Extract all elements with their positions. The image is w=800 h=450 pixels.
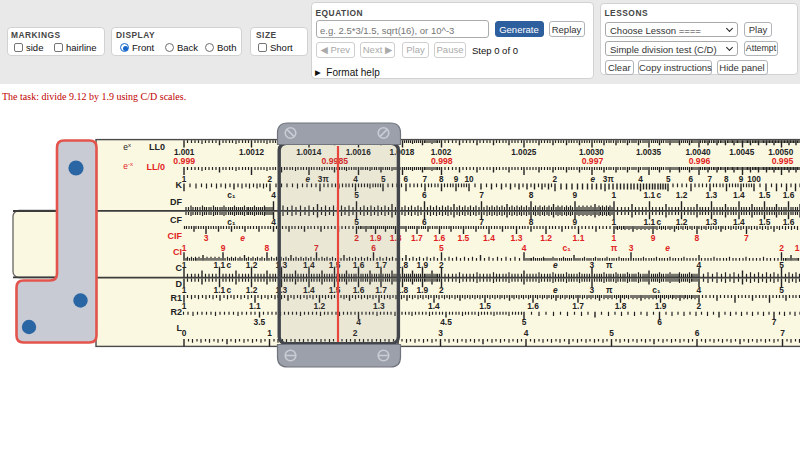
svg-text:1: 1 — [182, 285, 187, 295]
svg-text:1.2: 1.2 — [540, 233, 552, 243]
svg-text:1.9: 1.9 — [655, 301, 667, 311]
svg-text:1: 1 — [612, 217, 617, 227]
svg-text:1.4: 1.4 — [733, 190, 745, 200]
svg-text:e: e — [240, 233, 245, 243]
svg-text:3: 3 — [438, 328, 443, 338]
svg-text:1.1: 1.1 — [643, 190, 655, 200]
svg-text:π: π — [606, 285, 613, 295]
svg-text:1.6: 1.6 — [433, 233, 445, 243]
svg-text:1.5: 1.5 — [759, 190, 771, 200]
svg-text:5: 5 — [779, 285, 784, 295]
svg-text:1.1: 1.1 — [214, 285, 226, 295]
svg-text:1.2: 1.2 — [246, 285, 258, 295]
svg-text:1.3: 1.3 — [511, 233, 523, 243]
svg-text:c: c — [227, 285, 232, 295]
svg-text:1.9: 1.9 — [416, 260, 428, 270]
svg-text:1: 1 — [182, 243, 187, 253]
svg-text:7: 7 — [744, 233, 749, 243]
svg-text:1: 1 — [182, 260, 187, 270]
svg-text:e: e — [665, 243, 670, 253]
svg-text:π: π — [611, 243, 618, 253]
svg-text:1.1: 1.1 — [573, 233, 585, 243]
svg-text:7: 7 — [780, 328, 785, 338]
svg-text:LL/0: LL/0 — [146, 162, 165, 172]
svg-text:3: 3 — [590, 285, 595, 295]
svg-text:e: e — [553, 260, 558, 270]
svg-text:π: π — [608, 175, 615, 184]
svg-text:7: 7 — [423, 175, 428, 184]
svg-text:7: 7 — [708, 175, 713, 184]
svg-text:c₁: c₁ — [227, 217, 236, 227]
svg-text:1.3: 1.3 — [706, 190, 718, 200]
svg-text:1.2: 1.2 — [246, 260, 258, 270]
svg-text:5: 5 — [522, 317, 527, 327]
svg-text:2: 2 — [553, 175, 558, 184]
svg-text:4: 4 — [524, 328, 529, 338]
svg-text:3: 3 — [204, 233, 209, 243]
svg-text:8: 8 — [724, 175, 729, 184]
svg-text:1.6: 1.6 — [783, 217, 795, 227]
svg-text:3.5: 3.5 — [254, 317, 266, 327]
svg-text:1.0035: 1.0035 — [636, 148, 661, 157]
svg-text:1.5: 1.5 — [479, 301, 491, 311]
svg-text:4: 4 — [522, 243, 527, 253]
svg-text:6: 6 — [404, 175, 409, 184]
svg-text:c₁: c₁ — [563, 243, 572, 253]
svg-text:LL0: LL0 — [149, 142, 165, 152]
svg-text:9: 9 — [651, 233, 656, 243]
svg-text:2: 2 — [779, 243, 784, 253]
svg-text:1.4: 1.4 — [428, 301, 440, 311]
svg-text:1: 1 — [612, 233, 617, 243]
svg-text:1.0025: 1.0025 — [511, 148, 536, 157]
svg-text:CIF: CIF — [168, 231, 183, 241]
svg-text:10: 10 — [464, 175, 474, 184]
svg-text:4: 4 — [271, 190, 276, 200]
svg-text:3: 3 — [590, 260, 595, 270]
svg-text:8: 8 — [439, 175, 444, 184]
svg-text:7: 7 — [479, 190, 484, 200]
svg-text:0.996: 0.996 — [689, 156, 711, 166]
svg-text:1.1: 1.1 — [214, 260, 226, 270]
svg-text:1.0045: 1.0045 — [729, 148, 754, 157]
svg-text:4: 4 — [696, 260, 701, 270]
svg-text:c: c — [656, 217, 661, 227]
svg-text:2: 2 — [268, 175, 273, 184]
svg-text:100: 100 — [747, 175, 761, 184]
svg-text:e: e — [553, 285, 558, 295]
svg-text:R2: R2 — [170, 307, 182, 317]
svg-text:0.997: 0.997 — [582, 156, 604, 166]
svg-text:1.5: 1.5 — [457, 233, 469, 243]
svg-text:1.7: 1.7 — [411, 233, 423, 243]
svg-text:1.4: 1.4 — [733, 217, 745, 227]
svg-text:9: 9 — [572, 190, 577, 200]
svg-text:1.9: 1.9 — [795, 243, 800, 253]
svg-text:1.9: 1.9 — [416, 285, 428, 295]
svg-text:1.4: 1.4 — [483, 233, 495, 243]
svg-text:1.3: 1.3 — [706, 217, 718, 227]
svg-text:1.8: 1.8 — [615, 301, 627, 311]
svg-text:R1: R1 — [170, 293, 182, 303]
svg-text:1: 1 — [182, 175, 187, 184]
svg-text:1: 1 — [612, 190, 617, 200]
svg-text:9: 9 — [572, 217, 577, 227]
svg-text:1.2: 1.2 — [676, 190, 688, 200]
svg-text:c₁: c₁ — [652, 285, 661, 295]
svg-text:2: 2 — [439, 260, 444, 270]
svg-text:6: 6 — [422, 217, 427, 227]
svg-text:4: 4 — [638, 175, 643, 184]
svg-text:CF: CF — [170, 215, 182, 225]
svg-text:c: c — [656, 190, 661, 200]
svg-text:1.6: 1.6 — [527, 301, 539, 311]
svg-text:6: 6 — [695, 328, 700, 338]
svg-text:6: 6 — [689, 175, 694, 184]
svg-text:2: 2 — [696, 301, 701, 311]
svg-text:1.5: 1.5 — [759, 217, 771, 227]
svg-text:π: π — [606, 260, 613, 270]
svg-text:3: 3 — [629, 243, 634, 253]
svg-text:DF: DF — [170, 197, 182, 207]
svg-text:7: 7 — [772, 317, 777, 327]
svg-text:0.998: 0.998 — [431, 156, 453, 166]
svg-text:9: 9 — [454, 175, 459, 184]
svg-text:0: 0 — [182, 328, 187, 338]
svg-text:7: 7 — [479, 217, 484, 227]
